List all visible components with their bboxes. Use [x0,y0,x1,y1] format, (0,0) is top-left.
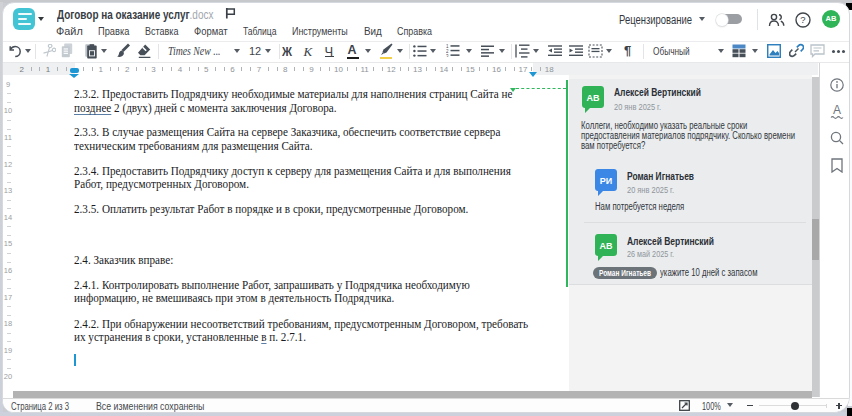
svg-text:АВ: АВ [599,240,612,250]
svg-text:А: А [833,103,841,117]
svg-text:?: ? [800,14,805,25]
svg-text:РИ: РИ [599,175,611,185]
svg-text:3: 3 [446,54,449,58]
svg-text:АВ: АВ [586,92,599,102]
